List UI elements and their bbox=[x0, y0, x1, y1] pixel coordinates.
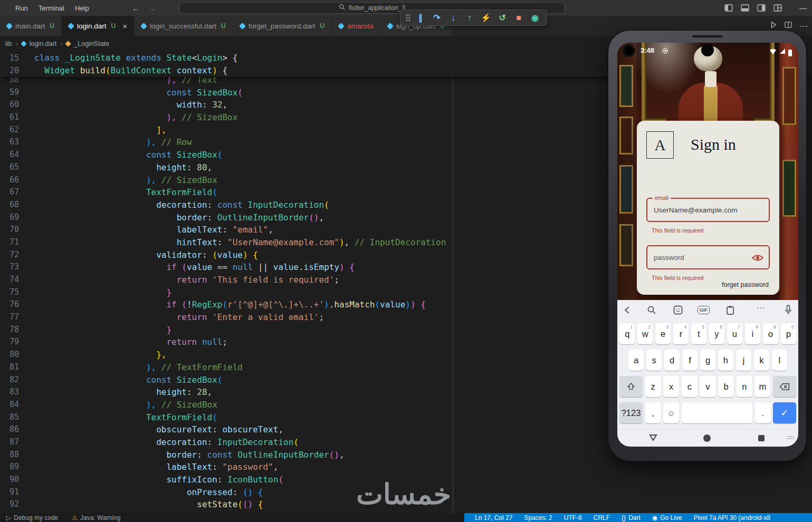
step-over-icon[interactable]: ↷ bbox=[431, 12, 443, 24]
tab-main-dart[interactable]: main.dartU bbox=[0, 16, 62, 36]
status-item-crlf[interactable]: CRLF bbox=[594, 514, 610, 521]
kb-clipboard-icon[interactable] bbox=[726, 305, 734, 317]
key-e[interactable]: e3 bbox=[655, 323, 671, 344]
kb-more-icon[interactable]: ⋯ bbox=[757, 303, 765, 313]
key-n[interactable]: n bbox=[737, 376, 752, 397]
status-item-debug-my-code[interactable]: ▷Debug my code bbox=[6, 514, 58, 521]
key-j[interactable]: j bbox=[736, 350, 751, 371]
key-k[interactable]: k bbox=[754, 350, 769, 371]
toggle-secondary-sidebar-icon[interactable] bbox=[757, 4, 766, 12]
code-token: : bbox=[202, 250, 212, 260]
step-out-icon[interactable]: ↑ bbox=[463, 12, 476, 24]
symbols-key[interactable]: ?123 bbox=[619, 402, 643, 423]
nav-home-icon[interactable] bbox=[703, 434, 711, 442]
tab-forget_password-dart[interactable]: forget_password.dartU bbox=[233, 16, 332, 36]
emoji-key[interactable]: ☺ bbox=[663, 402, 679, 423]
kb-search-icon[interactable] bbox=[647, 305, 656, 317]
nav-recents-icon[interactable] bbox=[758, 435, 765, 441]
tab-login-dart[interactable]: login.dartU× bbox=[62, 16, 135, 36]
status-item-pixel-7a-api-30-andr[interactable]: Pixel 7a API 30 (android-x8 bbox=[694, 514, 770, 521]
space-key[interactable] bbox=[682, 402, 753, 423]
status-item-java-warning[interactable]: ⚠Java: Warning bbox=[72, 514, 120, 521]
key-d[interactable]: d bbox=[664, 350, 680, 371]
shift-key[interactable] bbox=[619, 376, 643, 397]
android-emulator-window[interactable]: 3:48 A Sign in email UserName@example.co… bbox=[608, 30, 807, 461]
status-item-go-live[interactable]: ◉Go Live bbox=[652, 514, 682, 521]
key-r[interactable]: r4 bbox=[673, 323, 689, 344]
key-x[interactable]: x bbox=[663, 376, 679, 397]
close-icon[interactable]: × bbox=[122, 22, 127, 31]
password-visibility-icon[interactable] bbox=[752, 254, 763, 264]
tab-login_successful-dart[interactable]: login_successful.dartU bbox=[135, 16, 233, 36]
code-token: { bbox=[248, 250, 258, 260]
nav-back-icon[interactable] bbox=[649, 434, 657, 443]
status-item-spaces-2[interactable]: Spaces: 2 bbox=[524, 514, 552, 521]
code-token: const bbox=[146, 150, 177, 160]
email-value: UserName@example.com bbox=[654, 199, 738, 221]
key-g[interactable]: g bbox=[700, 350, 715, 371]
code-line[interactable]: 89 labelText: "password", bbox=[0, 461, 812, 473]
status-item-dart[interactable]: {}Dart bbox=[622, 514, 641, 521]
backspace-key[interactable] bbox=[773, 376, 796, 397]
key-u[interactable]: u7 bbox=[727, 323, 742, 344]
split-editor-icon[interactable] bbox=[785, 21, 792, 31]
code-token: isEmpty bbox=[304, 262, 339, 272]
inspector-icon[interactable]: ◉ bbox=[529, 12, 541, 24]
enter-key[interactable]: ✓ bbox=[773, 402, 796, 423]
comma-key[interactable]: , bbox=[645, 402, 661, 423]
toggle-sidebar-icon[interactable] bbox=[724, 4, 733, 12]
toggle-panel-icon[interactable] bbox=[741, 4, 749, 12]
key-f[interactable]: f bbox=[682, 350, 698, 371]
key-h[interactable]: h bbox=[718, 350, 733, 371]
menu-terminal[interactable]: Terminal bbox=[34, 2, 69, 14]
status-item-utf-8[interactable]: UTF-8 bbox=[564, 514, 582, 521]
more-actions-icon[interactable]: ⋯ bbox=[799, 21, 808, 31]
key-p[interactable]: p0 bbox=[781, 323, 796, 344]
key-m[interactable]: m bbox=[754, 376, 770, 397]
menu-run[interactable]: Run bbox=[11, 2, 33, 14]
key-l[interactable]: l bbox=[772, 350, 787, 371]
drag-handle-icon[interactable] bbox=[406, 14, 410, 22]
key-s[interactable]: s bbox=[646, 350, 662, 371]
key-t[interactable]: t5 bbox=[691, 323, 706, 344]
forget-password-link[interactable]: forget password bbox=[722, 281, 769, 288]
breadcrumb-folder[interactable]: lib bbox=[5, 40, 12, 47]
breadcrumb-symbol[interactable]: _LoginState bbox=[74, 40, 109, 47]
key-q[interactable]: q1 bbox=[619, 323, 635, 344]
phone-screen[interactable]: 3:48 A Sign in email UserName@example.co… bbox=[617, 43, 798, 447]
kb-gif-icon[interactable]: GIF bbox=[698, 306, 710, 314]
restart-icon[interactable]: ↺ bbox=[496, 12, 509, 24]
stop-icon[interactable]: ■ bbox=[512, 12, 525, 24]
key-w[interactable]: w2 bbox=[637, 323, 653, 344]
menu-help[interactable]: Help bbox=[70, 2, 94, 14]
breadcrumb-file[interactable]: login.dart bbox=[30, 40, 56, 47]
key-v[interactable]: v bbox=[700, 376, 715, 397]
tab-amarota[interactable]: amarota bbox=[332, 16, 381, 36]
hot-reload-icon[interactable]: ⚡ bbox=[480, 12, 492, 24]
step-into-icon[interactable]: ↓ bbox=[447, 12, 460, 24]
key-c[interactable]: c bbox=[682, 376, 698, 397]
back-arrow-icon[interactable]: ← bbox=[132, 4, 140, 13]
key-a[interactable]: a bbox=[628, 350, 644, 371]
key-o[interactable]: o9 bbox=[763, 323, 778, 344]
key-z[interactable]: z bbox=[645, 376, 661, 397]
pause-icon[interactable]: ∥ bbox=[414, 12, 427, 24]
key-b[interactable]: b bbox=[718, 376, 734, 397]
forward-arrow-icon[interactable]: → bbox=[148, 4, 156, 13]
key-i[interactable]: i8 bbox=[745, 323, 760, 344]
run-file-icon[interactable] bbox=[770, 21, 777, 31]
line-number: 91 bbox=[0, 486, 19, 499]
phone-status-bar: 3:48 bbox=[617, 43, 798, 59]
kb-sticker-icon[interactable] bbox=[673, 305, 683, 317]
keyboard-switch-icon[interactable] bbox=[787, 436, 794, 440]
status-item-ln-17-col-27[interactable]: Ln 17, Col 27 bbox=[475, 514, 512, 521]
key-y[interactable]: y6 bbox=[709, 323, 724, 344]
minimize-button[interactable]: — bbox=[799, 4, 807, 12]
email-field[interactable]: email UserName@example.com bbox=[646, 198, 770, 222]
kb-mic-icon[interactable] bbox=[785, 305, 792, 317]
customize-layout-icon[interactable] bbox=[773, 4, 782, 12]
kb-back-icon[interactable] bbox=[623, 305, 632, 317]
period-key[interactable]: . bbox=[755, 402, 771, 423]
code-token bbox=[156, 175, 161, 185]
password-field[interactable]: password bbox=[646, 245, 770, 269]
